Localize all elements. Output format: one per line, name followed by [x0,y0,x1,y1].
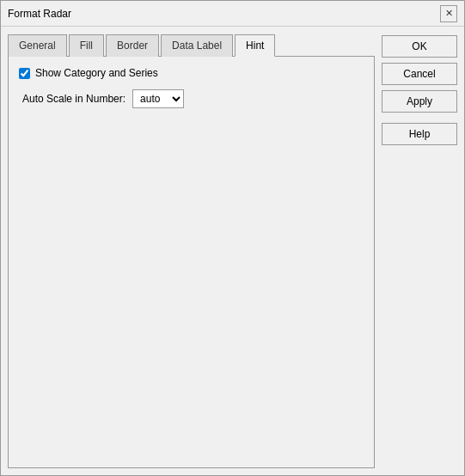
ok-button[interactable]: OK [382,35,457,58]
show-category-series-row: Show Category and Series [19,67,364,79]
auto-scale-row: Auto Scale in Number: auto none 1K 1M [22,89,364,108]
hint-tab-content: Show Category and Series Auto Scale in N… [8,57,375,468]
show-category-series-label: Show Category and Series [35,67,158,79]
tab-general[interactable]: General [8,34,67,57]
dialog-title: Format Radar [8,8,71,20]
help-button[interactable]: Help [382,123,457,145]
format-radar-dialog: Format Radar ✕ General Fill Border Data … [0,0,465,476]
tab-fill[interactable]: Fill [69,34,104,57]
right-panel: OK Cancel Apply Help [382,34,457,468]
auto-scale-label: Auto Scale in Number: [22,93,125,105]
tab-hint[interactable]: Hint [235,34,275,57]
left-panel: General Fill Border Data Label Hint Show… [8,34,375,468]
cancel-button[interactable]: Cancel [382,63,457,85]
dialog-body: General Fill Border Data Label Hint Show… [1,27,464,475]
title-bar: Format Radar ✕ [1,1,464,27]
auto-scale-select[interactable]: auto none 1K 1M [132,89,184,108]
close-button[interactable]: ✕ [440,5,457,22]
tab-bar: General Fill Border Data Label Hint [8,34,375,57]
show-category-series-checkbox[interactable] [19,68,30,79]
apply-button[interactable]: Apply [382,90,457,113]
tab-border[interactable]: Border [106,34,159,57]
tab-data-label[interactable]: Data Label [161,34,233,57]
